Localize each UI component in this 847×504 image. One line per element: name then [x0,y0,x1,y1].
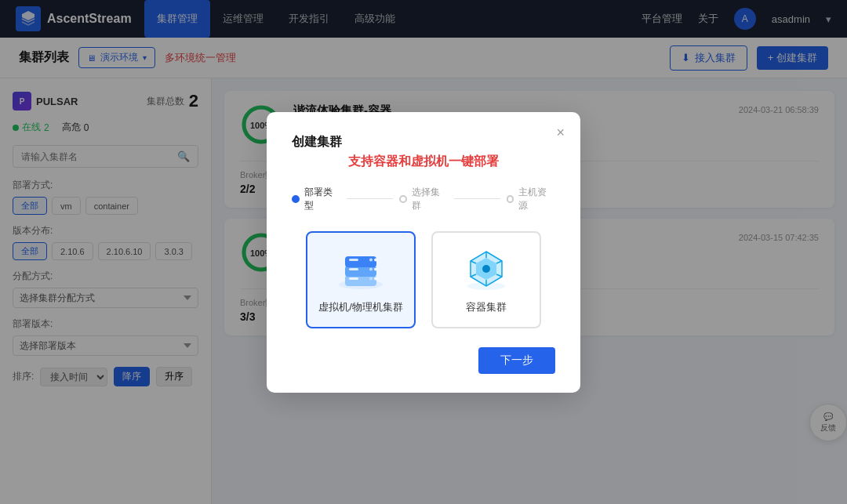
vm-option-label: 虚拟机/物理机集群 [317,300,405,314]
vm-option-card[interactable]: 虚拟机/物理机集群 [306,231,416,328]
step-line-1 [347,198,392,199]
svg-rect-10 [345,256,376,267]
vm-icon-svg [333,245,388,292]
step-line-2 [454,198,500,199]
step-dot-1 [292,195,300,203]
modal-close-button[interactable]: × [556,125,565,141]
modal-title: 支持容器和虚拟机一键部署 [292,154,555,170]
svg-point-24 [482,265,490,273]
step-1: 部署类型 [292,186,340,212]
svg-rect-9 [345,266,376,277]
vm-option-icon [333,245,388,292]
step-label-1: 部署类型 [304,186,341,212]
svg-point-19 [374,277,377,280]
next-step-button[interactable]: 下一步 [478,347,555,374]
step-dot-3 [507,195,514,203]
modal-steps: 部署类型 选择集群 主机资源 [292,186,555,212]
svg-point-13 [374,258,377,261]
container-option-card[interactable]: 容器集群 [431,231,541,328]
step-label-3: 主机资源 [518,186,555,212]
modal-overlay[interactable]: 创建集群 × 支持容器和虚拟机一键部署 部署类型 选择集群 主机资源 [0,0,847,504]
create-cluster-modal: 创建集群 × 支持容器和虚拟机一键部署 部署类型 选择集群 主机资源 [267,112,580,393]
svg-rect-8 [345,275,376,286]
svg-point-16 [374,267,377,270]
svg-rect-14 [349,268,358,270]
step-label-2: 选择集群 [412,186,449,212]
container-icon-svg [459,245,514,292]
step-2: 选择集群 [399,186,448,212]
svg-point-15 [369,267,373,270]
svg-point-12 [369,258,373,261]
modal-header: 创建集群 [292,134,342,150]
modal-options: 虚拟机/物理机集群 [292,231,555,328]
svg-rect-11 [349,259,358,261]
step-3: 主机资源 [507,186,555,212]
container-option-icon [459,245,514,292]
svg-rect-17 [349,277,358,280]
svg-point-18 [369,277,373,280]
container-option-label: 容器集群 [442,300,530,314]
step-dot-2 [399,195,407,203]
modal-footer: 下一步 [292,347,555,374]
